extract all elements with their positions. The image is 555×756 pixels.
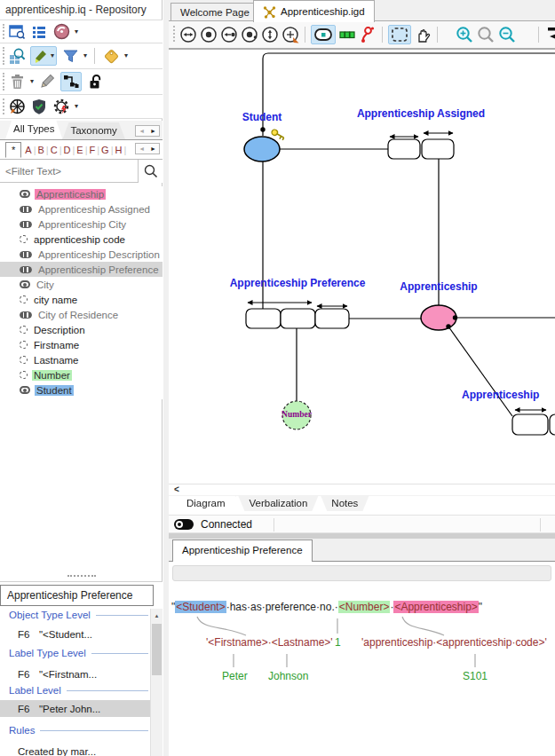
filter-dropdown-caret[interactable]: ▾: [83, 52, 87, 59]
label-number[interactable]: Number: [281, 410, 312, 419]
role-box-assigned-2[interactable]: [422, 139, 454, 159]
role-box-preference-3[interactable]: [315, 309, 349, 328]
firstname-value[interactable]: Peter: [222, 670, 248, 682]
apprenticeship-placeholder[interactable]: <Apprenticeship>: [393, 601, 478, 613]
label-apprenticeship-partial[interactable]: Apprenticeship: [462, 389, 539, 401]
open-model-browser-button[interactable]: [8, 22, 26, 42]
tab-taxonomy[interactable]: Taxonomy: [62, 122, 124, 139]
student-entity-shape[interactable]: [244, 137, 280, 161]
label-apprenticeship-preference[interactable]: Apprenticeship Preference: [230, 277, 366, 289]
alpha-a[interactable]: A: [25, 145, 31, 155]
label-apprenticeship-assigned[interactable]: Apprenticeship Assigned: [357, 107, 485, 120]
student-name-format[interactable]: '<Firstname>·<Lastname>': [206, 636, 333, 649]
alpha-g[interactable]: G: [101, 145, 109, 155]
detail-row-object-type[interactable]: F6"<Student...: [0, 626, 154, 642]
alpha-e[interactable]: E: [76, 145, 83, 155]
role-box-assigned-1[interactable]: [388, 139, 420, 159]
label-apprenticeship[interactable]: Apprenticeship: [400, 280, 477, 293]
delete-dropdown-caret[interactable]: ▾: [30, 78, 34, 85]
tree-item-description[interactable]: Description: [0, 322, 163, 337]
generate-button[interactable]: [52, 97, 70, 116]
uniqueness-span-tool[interactable]: [179, 25, 197, 44]
tree-item-city[interactable]: City: [0, 277, 163, 292]
scroll-left-icon[interactable]: ◄: [136, 126, 147, 136]
tab-diagram[interactable]: Diagram: [176, 496, 235, 511]
frequency-dot-tool[interactable]: [241, 25, 258, 44]
connector-student-offscreen[interactable]: [263, 53, 555, 136]
role-path-tool[interactable]: [359, 25, 377, 44]
diagram-hscrollbar[interactable]: <: [169, 484, 555, 495]
tree-item-city-of-residence[interactable]: City of Residence: [0, 307, 163, 322]
panel-splitter-handle[interactable]: [67, 575, 96, 579]
uniqueness-dot-tool[interactable]: [200, 25, 218, 44]
tab-notes[interactable]: Notes: [321, 496, 369, 511]
tree-item-firstname[interactable]: Firstname: [0, 337, 163, 352]
code-value[interactable]: S101: [463, 670, 488, 682]
uniqueness-arrow-dot-tool[interactable]: [220, 25, 238, 44]
detail-row-rules[interactable]: Created by mar...: [0, 743, 154, 756]
tab-verbalization[interactable]: Verbalization: [238, 496, 318, 511]
number-value[interactable]: 1: [335, 636, 341, 649]
alpha-c[interactable]: C: [51, 145, 58, 155]
connector-apprenticeship-bottom-fact[interactable]: [448, 327, 512, 416]
number-placeholder[interactable]: <Number>: [338, 601, 391, 613]
diagram-canvas[interactable]: Student Apprenticeship Assigned Apprenti…: [169, 50, 555, 484]
tree-item-apprenticeship-code[interactable]: apprenticeship code: [0, 232, 163, 247]
role-box-preference-2[interactable]: [281, 309, 315, 328]
alpha-h[interactable]: H: [115, 145, 123, 155]
scroll-left-icon[interactable]: ◄: [136, 144, 147, 154]
fact-type-tool[interactable]: [338, 25, 356, 44]
highlight-dropdown-caret[interactable]: ▾: [51, 52, 54, 59]
lastname-value[interactable]: Johnson: [268, 670, 308, 682]
role-box-bottom-1[interactable]: [512, 414, 548, 435]
unlock-button[interactable]: [86, 72, 104, 91]
apprenticeship-entity-shape[interactable]: [421, 305, 456, 330]
scrollbar-thumb[interactable]: [152, 624, 162, 675]
tree-item-apprenticeship[interactable]: Apprenticeship: [0, 186, 163, 201]
alpha-d[interactable]: D: [64, 145, 71, 155]
tree-item-student[interactable]: Student: [0, 382, 163, 398]
search-button[interactable]: [138, 160, 163, 183]
tab-all-types[interactable]: All Types: [5, 121, 62, 139]
tag-dropdown-caret[interactable]: ▾: [124, 52, 128, 59]
edit-button[interactable]: [38, 72, 56, 91]
pan-tool[interactable]: [414, 25, 432, 44]
student-placeholder[interactable]: <Student>: [175, 601, 226, 613]
tab-apprenticeship-igd[interactable]: Apprenticeship.igd: [253, 0, 375, 22]
filter-input[interactable]: [5, 166, 130, 177]
scroll-left-icon[interactable]: <: [174, 484, 179, 494]
connection-route-tool-selected[interactable]: [60, 72, 82, 91]
tree-item-apprenticeship-preference[interactable]: Apprenticeship Preference: [0, 262, 163, 277]
tree-item-apprenticeship-description[interactable]: Apprenticeship Description: [0, 247, 163, 262]
value-constraint-tool[interactable]: [261, 25, 279, 44]
tag-button[interactable]: [102, 46, 120, 66]
toolbar-overflow-button[interactable]: [544, 25, 555, 44]
tree-item-city-name[interactable]: city name: [0, 292, 163, 307]
session-dropdown-caret[interactable]: ▾: [75, 28, 78, 35]
filter-button[interactable]: [61, 46, 79, 66]
tab-welcome-page[interactable]: Welcome Page: [170, 3, 259, 21]
verify-model-button[interactable]: [30, 97, 48, 116]
session-button[interactable]: [52, 22, 70, 42]
delete-button[interactable]: [8, 72, 26, 91]
tab-apprenticeship-preference[interactable]: Apprenticeship Preference: [172, 539, 313, 562]
zoom-in-button[interactable]: [456, 25, 474, 44]
label-student[interactable]: Student: [242, 111, 282, 123]
scroll-right-icon[interactable]: ►: [147, 144, 159, 154]
tree-item-lastname[interactable]: Lastname: [0, 352, 163, 367]
highlight-tool-selected[interactable]: ▾: [30, 46, 57, 66]
alpha-f[interactable]: F: [90, 145, 96, 155]
alpha-b[interactable]: B: [37, 145, 44, 155]
generate-dropdown-caret[interactable]: ▾: [75, 103, 78, 110]
detail-scrollbar[interactable]: ▲: [150, 609, 163, 756]
detail-row-label-level-selected[interactable]: F6"Peter John...: [0, 700, 154, 717]
tree-item-apprenticeship-city[interactable]: Apprenticeship City: [0, 217, 163, 232]
detail-row-label-type[interactable]: F6"<Firstnam...: [0, 665, 154, 682]
scroll-up-icon[interactable]: ▲: [151, 609, 163, 622]
tree-item-apprenticeship-assigned[interactable]: Apprenticeship Assigned: [0, 201, 163, 217]
marquee-select-tool-selected[interactable]: [388, 25, 411, 44]
tree-item-number[interactable]: Number: [0, 367, 163, 382]
find-in-diagram-button[interactable]: [8, 46, 26, 66]
connected-toggle[interactable]: [174, 519, 194, 530]
role-box-bottom-2[interactable]: [550, 414, 555, 435]
